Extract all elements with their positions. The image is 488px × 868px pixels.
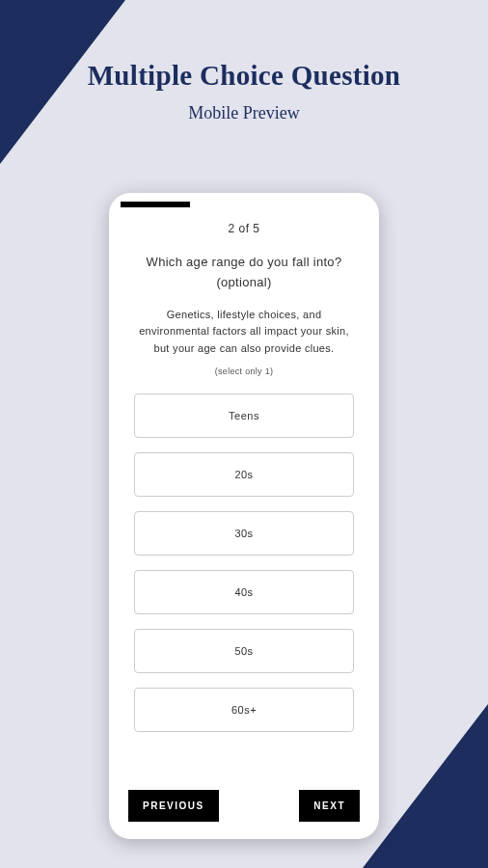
option-50s[interactable]: 50s (134, 629, 354, 673)
decorative-triangle-bottom (363, 704, 488, 868)
option-30s[interactable]: 30s (134, 511, 354, 556)
question-description: Genetics, lifestyle choices, and environ… (128, 307, 360, 358)
page-header: Multiple Choice Question Mobile Preview (0, 0, 488, 123)
previous-button[interactable]: PREVIOUS (128, 790, 219, 822)
next-button[interactable]: NEXT (299, 790, 360, 822)
options-list: Teens 20s 30s 40s 50s 60s+ (128, 393, 360, 746)
navigation-buttons: PREVIOUS NEXT (128, 790, 360, 822)
progress-bar (121, 202, 190, 207)
page-title: Multiple Choice Question (0, 60, 488, 92)
quiz-content: 2 of 5 Which age range do you fall into?… (109, 193, 379, 766)
option-teens[interactable]: Teens (134, 393, 354, 438)
option-40s[interactable]: 40s (134, 570, 354, 614)
option-60s-plus[interactable]: 60s+ (134, 688, 354, 732)
question-text: Which age range do you fall into? (optio… (128, 253, 360, 293)
page-subtitle: Mobile Preview (0, 103, 488, 123)
select-hint: (select only 1) (128, 366, 360, 376)
option-20s[interactable]: 20s (134, 452, 354, 497)
step-indicator: 2 of 5 (128, 222, 360, 235)
mobile-preview-frame: 2 of 5 Which age range do you fall into?… (109, 193, 379, 839)
